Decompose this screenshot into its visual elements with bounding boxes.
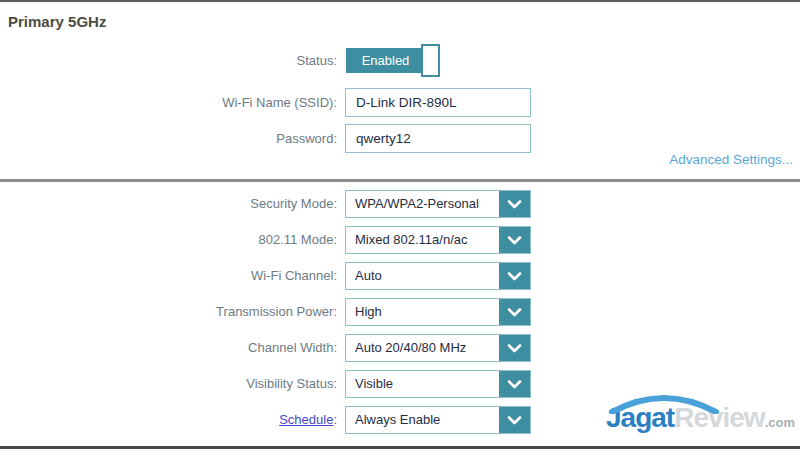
chevron-down-icon: [507, 380, 522, 389]
password-label: Password:: [0, 124, 337, 153]
wifi-channel-label: Wi-Fi Channel:: [0, 262, 337, 290]
wifi-settings-page: Primary 5GHz Status: Enabled Wi-Fi Name …: [0, 0, 800, 455]
schedule-link[interactable]: Schedule: [279, 412, 333, 427]
top-divider: [0, 0, 800, 2]
wifi-channel-dropdown-button[interactable]: [497, 263, 530, 289]
channel-width-label: Channel Width:: [0, 334, 337, 362]
transmission-power-label: Transmission Power:: [0, 298, 337, 326]
ssid-input[interactable]: [345, 88, 531, 117]
security-mode-label: Security Mode:: [0, 190, 337, 218]
status-toggle-knob[interactable]: [421, 44, 440, 77]
advanced-settings-link[interactable]: Advanced Settings...: [669, 152, 793, 167]
chevron-down-icon: [507, 236, 522, 245]
chevron-down-icon: [507, 200, 522, 209]
chevron-down-icon: [507, 344, 522, 353]
schedule-dropdown[interactable]: Always Enable: [345, 406, 531, 434]
security-mode-row: Security Mode: WPA/WPA2-Personal: [0, 190, 800, 218]
bottom-divider: [0, 446, 800, 449]
ssid-label: Wi-Fi Name (SSID):: [0, 88, 337, 117]
channel-width-value: Auto 20/40/80 MHz: [346, 335, 497, 361]
status-toggle[interactable]: Enabled: [346, 48, 442, 73]
status-toggle-value: Enabled: [362, 53, 410, 68]
chevron-down-icon: [507, 308, 522, 317]
chevron-down-icon: [507, 272, 522, 281]
80211-mode-value: Mixed 802.11a/n/ac: [346, 227, 497, 253]
transmission-power-dropdown[interactable]: High: [345, 298, 531, 326]
80211-mode-dropdown[interactable]: Mixed 802.11a/n/ac: [345, 226, 531, 254]
visibility-status-value: Visible: [346, 371, 497, 397]
wifi-channel-row: Wi-Fi Channel: Auto: [0, 262, 800, 290]
security-mode-dropdown[interactable]: WPA/WPA2-Personal: [345, 190, 531, 218]
logo-arc-icon: [608, 392, 720, 418]
transmission-power-row: Transmission Power: High: [0, 298, 800, 326]
schedule-label: Schedule:: [0, 406, 337, 434]
visibility-status-dropdown[interactable]: Visible: [345, 370, 531, 398]
jagatreview-logo: JagatReview.com: [606, 402, 795, 434]
wifi-channel-value: Auto: [346, 263, 497, 289]
section-divider: [0, 179, 800, 182]
channel-width-dropdown-button[interactable]: [497, 335, 530, 361]
advanced-settings: Advanced Settings...: [669, 152, 793, 167]
security-mode-value: WPA/WPA2-Personal: [346, 191, 497, 217]
status-label: Status:: [0, 48, 337, 73]
transmission-power-value: High: [346, 299, 497, 325]
transmission-power-dropdown-button[interactable]: [497, 299, 530, 325]
80211-mode-label: 802.11 Mode:: [0, 226, 337, 254]
logo-com-text: .com: [765, 415, 795, 430]
password-input[interactable]: [345, 124, 531, 153]
visibility-status-dropdown-button[interactable]: [497, 371, 530, 397]
channel-width-row: Channel Width: Auto 20/40/80 MHz: [0, 334, 800, 362]
page-title: Primary 5GHz: [8, 13, 106, 30]
schedule-colon: :: [333, 412, 337, 427]
schedule-dropdown-button[interactable]: [497, 407, 530, 433]
ssid-row: Wi-Fi Name (SSID):: [0, 88, 800, 117]
status-row: Status: Enabled: [0, 48, 800, 76]
status-toggle-track[interactable]: Enabled: [346, 48, 425, 73]
wifi-channel-dropdown[interactable]: Auto: [345, 262, 531, 290]
schedule-value: Always Enable: [346, 407, 497, 433]
security-mode-dropdown-button[interactable]: [497, 191, 530, 217]
password-row: Password:: [0, 124, 800, 153]
channel-width-dropdown[interactable]: Auto 20/40/80 MHz: [345, 334, 531, 362]
visibility-status-label: Visibility Status:: [0, 370, 337, 398]
80211-mode-row: 802.11 Mode: Mixed 802.11a/n/ac: [0, 226, 800, 254]
chevron-down-icon: [507, 416, 522, 425]
80211-mode-dropdown-button[interactable]: [497, 227, 530, 253]
